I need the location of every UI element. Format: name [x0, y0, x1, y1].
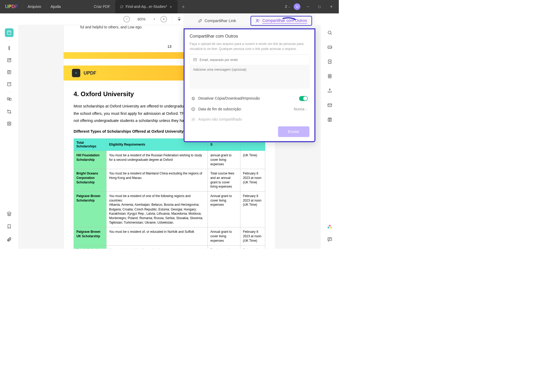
expiry-dropdown[interactable]: Nunca ⌄: [294, 107, 308, 111]
titlebar: UPDF Arquivo Ajuda Criar PDF Find-and-Ap…: [0, 0, 339, 13]
zoom-in-button[interactable]: +: [160, 16, 167, 22]
counter[interactable]: 2 ⌄: [285, 4, 290, 9]
convert-button[interactable]: [325, 57, 334, 66]
svg-rect-12: [329, 76, 330, 77]
zoom-out-button[interactable]: −: [123, 16, 130, 22]
form-button[interactable]: [5, 80, 13, 89]
tab-add-button[interactable]: ＋: [181, 3, 186, 10]
disable-copy-toggle[interactable]: [299, 96, 308, 101]
not-shared-status: Arquivo não compartilhado: [190, 114, 309, 125]
mail-icon: [193, 58, 197, 62]
layers-button[interactable]: [5, 209, 13, 218]
popup-description: Faça o upload de seu arquivo para a nuve…: [190, 41, 309, 51]
save-button[interactable]: [325, 115, 334, 124]
annotate-button[interactable]: [5, 56, 13, 65]
attachment-button[interactable]: [5, 235, 13, 244]
svg-point-7: [328, 31, 331, 34]
svg-rect-4: [7, 98, 9, 100]
close-button[interactable]: ✕: [327, 3, 335, 11]
svg-rect-5: [9, 98, 11, 100]
email-input[interactable]: [200, 58, 306, 62]
left-rail: [0, 25, 18, 249]
ocr-button[interactable]: OCR: [325, 43, 334, 51]
comment-button[interactable]: [325, 235, 334, 244]
ai-icon[interactable]: [327, 224, 333, 230]
svg-point-21: [256, 19, 258, 21]
popup-title: Compartilhar com Outros: [190, 34, 309, 39]
scholarships-table: Total ScholarshipsEligibility Requiremen…: [74, 138, 265, 249]
block-icon: [191, 96, 195, 100]
updf-badge-icon: ≈: [72, 69, 80, 77]
email-button[interactable]: [325, 101, 334, 110]
menu-file[interactable]: Arquivo: [23, 4, 46, 9]
svg-text:OCR: OCR: [328, 47, 332, 48]
avatar[interactable]: U: [294, 3, 300, 10]
unsaved-icon: [120, 5, 123, 8]
highlight-button[interactable]: [5, 44, 13, 53]
unlink-icon: [191, 117, 195, 121]
organize-button[interactable]: [5, 95, 13, 104]
zoom-value[interactable]: 80%: [135, 17, 148, 22]
message-input[interactable]: [190, 65, 309, 88]
svg-rect-20: [328, 238, 331, 241]
zoom-dropdown[interactable]: ▼: [153, 18, 155, 20]
crop-button[interactable]: [5, 107, 13, 116]
svg-point-19: [329, 226, 330, 228]
svg-rect-3: [7, 82, 11, 86]
maximize-button[interactable]: ▢: [315, 3, 324, 11]
share-popup: Compartilhar Link Compartilhar com Outro…: [184, 13, 315, 142]
share-others-tab[interactable]: Compartilhar com Outros: [250, 16, 312, 26]
tab-document[interactable]: Find-and-Ap...er-Studies* ✕: [115, 0, 178, 13]
search-button[interactable]: [325, 28, 334, 37]
app-logo: UPDF: [0, 4, 23, 9]
protect-button[interactable]: [325, 72, 334, 80]
redact-button[interactable]: [5, 119, 13, 128]
history-icon: [191, 107, 195, 111]
text-button[interactable]: [5, 68, 13, 76]
link-icon: [198, 19, 202, 23]
user-add-icon: [255, 19, 260, 23]
right-rail: OCR: [320, 25, 339, 249]
disable-copy-option: Desativar Cópia/Download/Impressão: [190, 93, 309, 104]
menu-help[interactable]: Ajuda: [46, 4, 65, 9]
svg-point-15: [329, 120, 330, 121]
tab-create-pdf[interactable]: Criar PDF: [89, 0, 115, 13]
expiry-option: Data de fim de subscrição: Nunca ⌄: [190, 104, 309, 114]
close-icon[interactable]: ✕: [170, 5, 173, 8]
share-link-tab[interactable]: Compartilhar Link: [187, 16, 247, 26]
bookmark-button[interactable]: [5, 222, 13, 231]
minimize-button[interactable]: ─: [304, 3, 312, 11]
share-button[interactable]: [325, 86, 334, 95]
thumbnails-button[interactable]: [5, 28, 13, 37]
svg-rect-0: [7, 31, 11, 34]
first-page-button[interactable]: [177, 17, 181, 21]
send-button[interactable]: Enviar: [278, 126, 309, 137]
